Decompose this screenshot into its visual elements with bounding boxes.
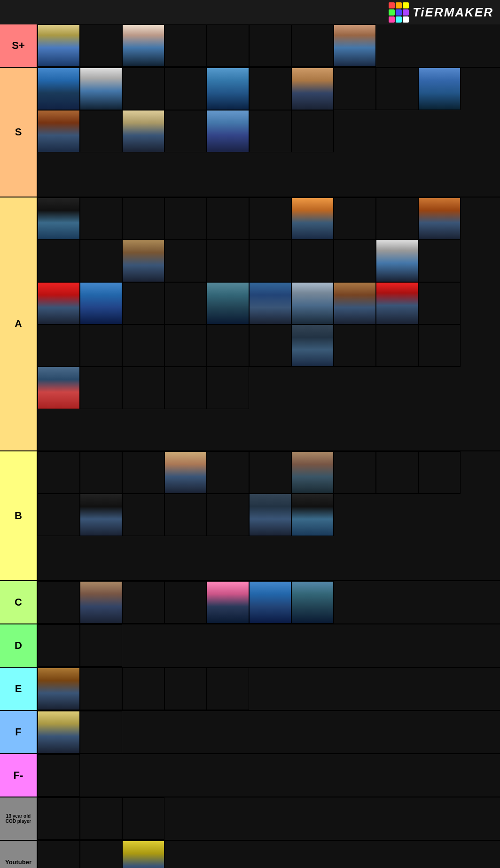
item (80, 841, 122, 868)
item (291, 24, 334, 67)
item (418, 68, 461, 110)
item (164, 494, 207, 536)
item (38, 494, 80, 536)
item (207, 68, 249, 110)
item (207, 197, 249, 240)
item (249, 197, 291, 240)
item (164, 668, 207, 710)
item (122, 68, 164, 110)
item (291, 110, 334, 152)
tier-label-e: E (0, 668, 38, 710)
tier-row-b: B (0, 451, 500, 581)
item (122, 797, 164, 840)
item (418, 197, 461, 240)
item (80, 68, 122, 110)
tier-label-fminus: F- (0, 754, 38, 797)
tier-items-fminus (38, 754, 500, 797)
item (207, 110, 249, 152)
item (38, 754, 80, 797)
item (122, 324, 164, 367)
item (376, 324, 418, 367)
tier-row-a: A (0, 197, 500, 451)
item (38, 110, 80, 152)
item (334, 451, 376, 494)
item (80, 494, 122, 536)
item (376, 282, 418, 324)
item (122, 581, 164, 623)
item (249, 68, 291, 110)
item (38, 68, 80, 110)
item (80, 624, 122, 667)
item (207, 668, 249, 710)
item (164, 324, 207, 367)
item (122, 110, 164, 152)
item (38, 624, 80, 667)
item (249, 451, 291, 494)
tier-row-splus: S+ (0, 24, 500, 68)
item (249, 324, 291, 367)
item (376, 197, 418, 240)
tier-items-youtuber (38, 841, 500, 868)
item (80, 240, 122, 282)
tier-items-cod (38, 797, 500, 840)
item (207, 494, 249, 536)
item (80, 581, 122, 623)
item (38, 197, 80, 240)
item (249, 282, 291, 324)
item (80, 797, 122, 840)
tier-items-c (38, 581, 500, 623)
tier-items-splus (38, 24, 500, 67)
item (291, 68, 334, 110)
item (38, 668, 80, 710)
tier-row-c: C (0, 581, 500, 624)
tier-label-cod: 13 year old COD player (0, 797, 38, 840)
item (207, 581, 249, 623)
logo-text: TiERMAKER (413, 5, 493, 20)
item (207, 24, 249, 67)
item (249, 581, 291, 623)
item (291, 324, 334, 367)
item (291, 197, 334, 240)
item (38, 841, 80, 868)
header: TiERMAKER (0, 0, 500, 24)
item (122, 451, 164, 494)
item (376, 451, 418, 494)
item (38, 797, 80, 840)
item (418, 451, 461, 494)
tier-items-e (38, 668, 500, 710)
item (334, 240, 376, 282)
tiermaker-logo: TiERMAKER (389, 2, 493, 23)
tier-label-f: F (0, 711, 38, 753)
item (80, 282, 122, 324)
item (291, 282, 334, 324)
item (122, 841, 164, 868)
item (291, 494, 334, 536)
tier-items-d (38, 624, 500, 667)
item (164, 240, 207, 282)
item (122, 282, 164, 324)
item (38, 711, 80, 753)
item (207, 451, 249, 494)
item (122, 197, 164, 240)
item (249, 494, 291, 536)
item (38, 324, 80, 367)
tier-label-d: D (0, 624, 38, 667)
item (80, 668, 122, 710)
tier-label-youtuber: Youtuber (0, 841, 38, 868)
item (164, 581, 207, 623)
item (334, 197, 376, 240)
item (334, 324, 376, 367)
logo-grid (389, 2, 409, 23)
item (418, 240, 461, 282)
tier-row-e: E (0, 668, 500, 711)
tier-row-d: D (0, 624, 500, 668)
tier-row-s: S (0, 68, 500, 197)
item (164, 110, 207, 152)
tier-items-b (38, 451, 500, 580)
tier-label-c: C (0, 581, 38, 623)
item (38, 24, 80, 67)
tier-items-a (38, 197, 500, 450)
item (80, 367, 122, 409)
item (334, 282, 376, 324)
item (249, 24, 291, 67)
